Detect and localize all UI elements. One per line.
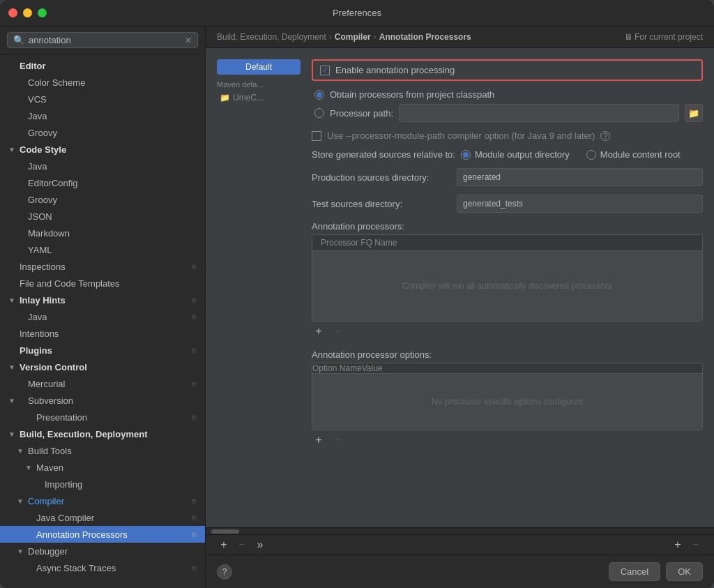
remove-option-button[interactable]: − bbox=[331, 433, 345, 447]
sidebar-item-java-cs[interactable]: Java bbox=[0, 158, 205, 174]
sidebar-item-label: Mercurial bbox=[28, 379, 185, 389]
ok-button[interactable]: OK bbox=[666, 562, 703, 581]
scheme-tree-item: 📁 UmeC... bbox=[217, 91, 301, 104]
sidebar-item-build-tools[interactable]: ▼ Build Tools bbox=[0, 442, 205, 459]
sidebar-item-editor[interactable]: Editor bbox=[0, 57, 205, 74]
remove-scheme-button[interactable]: − bbox=[235, 538, 249, 552]
sidebar-item-compiler[interactable]: ▼ Compiler ⎋ bbox=[0, 492, 205, 509]
sidebar-item-presentation[interactable]: Presentation ⎋ bbox=[0, 409, 205, 425]
enable-annotation-checkbox[interactable]: ✓ bbox=[320, 66, 330, 75]
cancel-button[interactable]: Cancel bbox=[609, 562, 660, 581]
sidebar-item-vcs[interactable]: VCS bbox=[0, 91, 205, 107]
horizontal-scrollbar-thumb[interactable] bbox=[211, 529, 239, 534]
module-output-radio[interactable] bbox=[461, 150, 471, 160]
sidebar-item-build-execution-deployment[interactable]: ▼ Build, Execution, Deployment bbox=[0, 425, 205, 442]
close-button[interactable] bbox=[8, 8, 17, 17]
sidebar-item-editorconfig[interactable]: EditorConfig bbox=[0, 174, 205, 191]
sidebar-item-annotation-processors[interactable]: Annotation Processors ⎋ bbox=[0, 526, 205, 543]
sidebar-item-label: Build Tools bbox=[28, 446, 199, 456]
sidebar-item-inspections[interactable]: Inspections ⎋ bbox=[0, 258, 205, 275]
production-sources-input[interactable] bbox=[457, 168, 703, 186]
sidebar-item-label: EditorConfig bbox=[28, 178, 199, 188]
sidebar-item-java-editor[interactable]: Java bbox=[0, 107, 205, 124]
sidebar-item-label: Debugger bbox=[28, 546, 199, 557]
sidebar-item-label: Java bbox=[28, 111, 199, 121]
breadcrumb-part-1[interactable]: Build, Execution, Deployment bbox=[217, 32, 326, 42]
arrow-icon: ▼ bbox=[8, 397, 17, 405]
sidebar-item-mercurial[interactable]: Mercurial ⎋ bbox=[0, 375, 205, 392]
sidebar-item-json-cs[interactable]: JSON bbox=[0, 208, 205, 225]
sidebar-item-plugins[interactable]: Plugins ⎋ bbox=[0, 342, 205, 359]
search-input-wrap[interactable]: 🔍 annotation ✕ bbox=[7, 32, 198, 48]
store-generated-label: Store generated sources relative to: bbox=[312, 149, 455, 160]
processor-path-option[interactable]: Processor path: 📁 bbox=[314, 104, 703, 122]
search-input[interactable]: annotation bbox=[29, 35, 181, 45]
footer: ? Cancel OK bbox=[206, 555, 714, 588]
main-settings: ✓ Enable annotation processing Obtain pr… bbox=[312, 59, 703, 516]
external-icon: ⎋ bbox=[188, 512, 199, 523]
add-option-button[interactable]: + bbox=[312, 433, 326, 447]
remove-option-bottom-button[interactable]: − bbox=[689, 538, 703, 552]
module-output-option[interactable]: Module output directory bbox=[461, 149, 570, 160]
external-icon: ⎋ bbox=[188, 294, 199, 306]
processor-path-radio[interactable] bbox=[314, 108, 324, 118]
test-sources-input[interactable] bbox=[457, 195, 703, 213]
sidebar-item-label: Async Stack Traces bbox=[36, 563, 185, 573]
sidebar-item-label: Color Scheme bbox=[28, 77, 199, 88]
production-sources-row: Production sources directory: bbox=[312, 168, 703, 186]
content-inner: Default Maven defa... 📁 UmeC... ✓ Enable… bbox=[206, 48, 714, 527]
sidebar-item-file-code-templates[interactable]: File and Code Templates bbox=[0, 275, 205, 292]
obtain-processors-label: Obtain processors from project classpath bbox=[330, 89, 494, 100]
annotation-processors-label: Annotation processors: bbox=[312, 221, 703, 232]
sidebar-item-label: Java bbox=[28, 161, 199, 172]
search-bar: 🔍 annotation ✕ bbox=[0, 27, 205, 54]
sidebar-item-intentions[interactable]: Intentions bbox=[0, 325, 205, 342]
external-icon: ⎋ bbox=[188, 529, 199, 540]
sidebar-item-inlay-hints[interactable]: ▼ Inlay Hints ⎋ bbox=[0, 292, 205, 308]
help-button[interactable]: ? bbox=[217, 564, 232, 580]
sidebar-item-label: Build, Execution, Deployment bbox=[20, 429, 199, 439]
use-processor-checkbox[interactable] bbox=[312, 131, 321, 141]
sidebar-tree: Editor Color Scheme VCS Java Groovy bbox=[0, 54, 205, 588]
default-scheme-button[interactable]: Default bbox=[217, 59, 301, 75]
sidebar-item-markdown-cs[interactable]: Markdown bbox=[0, 225, 205, 241]
add-processor-button[interactable]: + bbox=[312, 324, 326, 338]
more-scheme-button[interactable]: » bbox=[253, 538, 267, 552]
remove-processor-button[interactable]: − bbox=[331, 324, 345, 338]
sidebar-item-color-scheme[interactable]: Color Scheme bbox=[0, 74, 205, 91]
obtain-processors-radio[interactable] bbox=[314, 90, 324, 100]
breadcrumb-part-3[interactable]: Annotation Processors bbox=[379, 32, 471, 42]
maximize-button[interactable] bbox=[38, 8, 47, 17]
module-content-option[interactable]: Module content root bbox=[586, 149, 681, 160]
add-scheme-button[interactable]: + bbox=[217, 538, 231, 552]
sidebar-item-importing[interactable]: Importing bbox=[0, 476, 205, 492]
arrow-icon: ▼ bbox=[17, 447, 25, 455]
sidebar-item-label: JSON bbox=[28, 211, 199, 222]
breadcrumb-part-2[interactable]: Compiler bbox=[335, 32, 371, 42]
sidebar-item-version-control[interactable]: ▼ Version Control bbox=[0, 359, 205, 375]
sidebar-item-groovy-editor[interactable]: Groovy bbox=[0, 124, 205, 141]
help-icon[interactable]: ? bbox=[600, 131, 610, 141]
sidebar-item-yaml-cs[interactable]: YAML bbox=[0, 241, 205, 258]
obtain-processors-option[interactable]: Obtain processors from project classpath bbox=[314, 89, 703, 100]
sidebar-item-async-stack-traces[interactable]: Async Stack Traces ⎋ bbox=[0, 559, 205, 576]
module-content-radio[interactable] bbox=[586, 150, 596, 160]
browse-button[interactable]: 📁 bbox=[685, 104, 703, 122]
clear-search-button[interactable]: ✕ bbox=[185, 36, 192, 45]
external-icon: ⎋ bbox=[188, 345, 199, 356]
sidebar-item-maven[interactable]: ▼ Maven bbox=[0, 459, 205, 476]
breadcrumb: Build, Execution, Deployment › Compiler … bbox=[206, 27, 714, 48]
add-option-bottom-button[interactable]: + bbox=[671, 538, 685, 552]
window-title: Preferences bbox=[333, 8, 381, 18]
sidebar-item-code-style[interactable]: ▼ Code Style bbox=[0, 141, 205, 158]
sidebar-item-subversion[interactable]: ▼ Subversion bbox=[0, 392, 205, 409]
minimize-button[interactable] bbox=[23, 8, 32, 17]
sidebar-item-debugger[interactable]: ▼ Debugger bbox=[0, 543, 205, 559]
sidebar-item-label: Subversion bbox=[20, 395, 199, 406]
sidebar-item-java-compiler[interactable]: Java Compiler ⎋ bbox=[0, 509, 205, 526]
processor-table-toolbar: + − bbox=[312, 322, 703, 341]
module-content-label: Module content root bbox=[600, 149, 681, 160]
sidebar-item-groovy-cs[interactable]: Groovy bbox=[0, 191, 205, 208]
processor-path-input[interactable] bbox=[399, 104, 679, 122]
sidebar-item-java-ih[interactable]: Java ⎋ bbox=[0, 308, 205, 325]
